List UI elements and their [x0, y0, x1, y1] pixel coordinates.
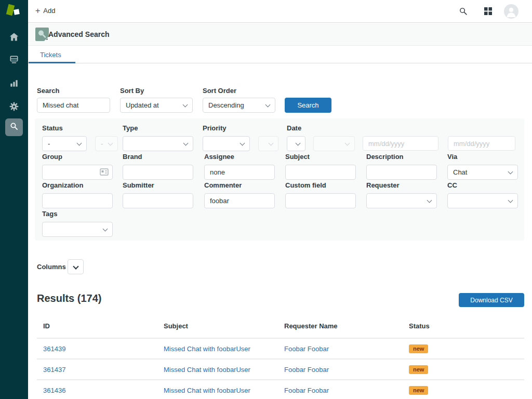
search-submit-button[interactable]: Search [285, 98, 331, 113]
requester-link[interactable]: Foobar Foobar [284, 366, 329, 374]
organization-input[interactable] [42, 193, 113, 208]
requester-select[interactable] [366, 193, 437, 208]
commenter-label: Commenter [204, 181, 242, 189]
chevron-down-icon [345, 141, 350, 146]
filters-panel: Status - - Type Priority Date Grou [35, 118, 524, 241]
type-select[interactable] [123, 136, 193, 151]
product-logo[interactable] [6, 3, 22, 20]
chevron-down-icon [103, 227, 108, 232]
custom-field-input[interactable] [285, 193, 356, 208]
status-operator-select: - [95, 136, 118, 151]
priority-select[interactable] [203, 136, 250, 151]
columns-dropdown-button[interactable] [68, 259, 84, 274]
header-requester: Requester Name [284, 322, 409, 330]
date-from-input[interactable] [363, 136, 438, 151]
commenter-input[interactable] [204, 193, 275, 208]
type-label: Type [123, 124, 138, 132]
cc-select[interactable] [447, 193, 518, 208]
sidebar-item-home[interactable] [0, 28, 28, 46]
organization-label: Organization [42, 181, 83, 189]
cc-label: CC [447, 181, 457, 189]
plus-icon: + [35, 7, 40, 15]
chevron-down-icon [183, 141, 189, 146]
ticket-subject-link[interactable]: Missed Chat with foobarUser [164, 366, 250, 374]
status-badge: new [409, 365, 428, 374]
chevron-down-icon [265, 102, 271, 108]
sort-by-select[interactable]: Updated at [120, 98, 193, 113]
submitter-label: Submitter [123, 181, 154, 189]
reports-icon [9, 78, 19, 88]
sort-order-label: Sort Order [203, 87, 236, 95]
gear-icon [9, 101, 19, 112]
sidebar-item-search-active[interactable] [5, 118, 23, 136]
sort-by-value: Updated at [126, 101, 159, 109]
date-operator-select [313, 136, 355, 151]
chevron-down-icon [77, 141, 82, 146]
requester-link[interactable]: Foobar Foobar [284, 387, 329, 394]
status-select[interactable]: - [42, 136, 87, 151]
page-title: Advanced Search [48, 30, 110, 38]
chevron-down-icon [108, 141, 113, 146]
description-input[interactable] [366, 165, 437, 180]
chevron-down-icon [73, 263, 78, 269]
topbar-apps-button[interactable] [484, 7, 492, 17]
page-header: Advanced Search [28, 23, 532, 46]
tab-tickets[interactable]: Tickets [40, 51, 61, 59]
ticket-id-link[interactable]: 361439 [43, 345, 65, 353]
subject-input[interactable] [285, 165, 356, 180]
chevron-down-icon [296, 141, 301, 146]
submitter-input[interactable] [123, 193, 193, 208]
ticket-subject-link[interactable]: Missed Chat with foobarUser [164, 345, 250, 353]
ticket-id-link[interactable]: 361436 [43, 387, 65, 394]
ticket-subject-link[interactable]: Missed Chat with foobarUser [164, 387, 250, 394]
search-label: Search [37, 87, 59, 95]
sort-order-select[interactable]: Descending [203, 98, 275, 113]
assignee-input[interactable] [204, 165, 275, 180]
table-row: 361436 Missed Chat with foobarUser Fooba… [37, 380, 524, 399]
status-label: Status [42, 124, 63, 132]
chevron-down-icon [183, 102, 188, 108]
header-status: Status [409, 322, 524, 330]
brand-input[interactable] [123, 165, 193, 180]
profile-avatar[interactable] [504, 4, 518, 19]
advanced-search-app-icon [35, 28, 49, 41]
via-label: Via [447, 153, 457, 161]
tab-bar: Tickets [28, 46, 532, 63]
download-csv-button[interactable]: Download CSV [459, 293, 524, 307]
chevron-down-icon [240, 141, 245, 146]
sort-order-value: Descending [208, 101, 244, 109]
tags-select[interactable] [42, 222, 113, 237]
via-select[interactable]: Chat [447, 165, 518, 180]
search-input[interactable] [37, 98, 110, 113]
topbar-search-button[interactable] [459, 7, 468, 18]
description-label: Description [366, 153, 404, 161]
subject-label: Subject [285, 153, 310, 161]
add-button[interactable]: + Add [35, 7, 55, 15]
brand-label: Brand [123, 153, 142, 161]
chevron-down-icon [427, 198, 432, 203]
date-type-select[interactable] [287, 136, 305, 151]
date-label: Date [287, 124, 301, 132]
assignee-label: Assignee [204, 153, 234, 161]
requester-link[interactable]: Foobar Foobar [284, 345, 329, 353]
group-label: Group [42, 153, 62, 161]
priority-operator-select [258, 136, 278, 151]
header-subject: Subject [164, 322, 284, 330]
sidebar-item-reports[interactable] [0, 74, 28, 92]
sort-by-label: Sort By [120, 87, 144, 95]
search-icon [9, 122, 19, 133]
apps-grid-icon [484, 8, 492, 17]
avatar-person-icon [504, 11, 518, 19]
ticket-id-link[interactable]: 361437 [43, 366, 65, 374]
sidebar-item-views[interactable] [0, 51, 28, 69]
status-badge: new [409, 344, 428, 353]
table-header-row: ID Subject Requester Name Status [37, 314, 524, 339]
date-to-input[interactable] [448, 136, 515, 151]
table-row: 361437 Missed Chat with foobarUser Fooba… [37, 360, 524, 380]
sidebar [0, 0, 28, 399]
via-value: Chat [453, 168, 467, 176]
search-icon [459, 8, 468, 17]
sidebar-item-admin[interactable] [0, 98, 28, 115]
chevron-down-icon [508, 198, 513, 203]
custom-field-label: Custom field [285, 181, 326, 189]
